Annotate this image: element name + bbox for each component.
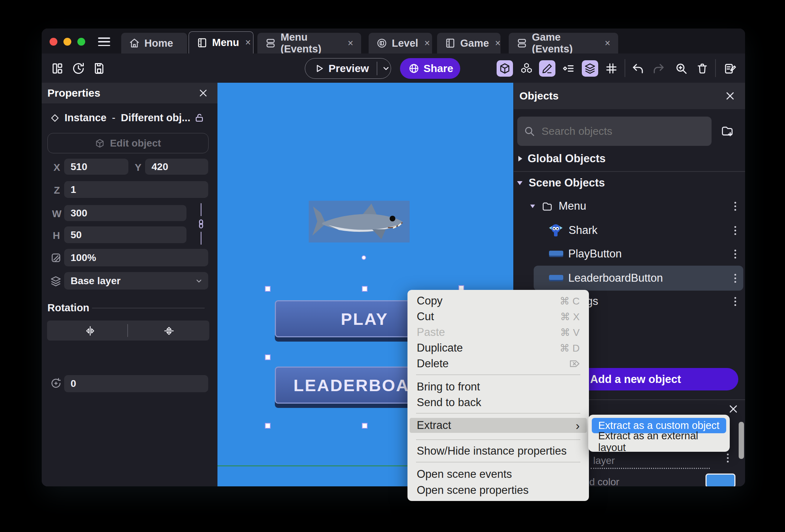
tree-item-leaderboardbutton[interactable]: LeaderboardButton	[514, 268, 745, 288]
instances-button[interactable]	[518, 60, 535, 77]
divider	[127, 324, 128, 337]
tab-close-icon[interactable]: ×	[424, 38, 430, 49]
menu-divider	[416, 462, 580, 462]
kebab-menu-icon[interactable]	[727, 454, 736, 462]
tree-item-playbutton[interactable]: PlayButton	[514, 244, 745, 264]
flip-horizontal-icon[interactable]	[84, 325, 96, 337]
shark-sprite[interactable]	[309, 201, 410, 242]
tab-menu[interactable]: Menu ×	[189, 31, 253, 53]
tree-item-shark[interactable]: Shark	[514, 220, 745, 240]
preview-button[interactable]: Preview	[305, 58, 391, 79]
history-icon[interactable]	[72, 62, 85, 75]
menu-item-extract[interactable]: Extract ›	[410, 418, 587, 433]
link-icon[interactable]	[196, 219, 206, 229]
add-folder-icon[interactable]	[721, 125, 734, 138]
flip-vertical-icon[interactable]	[163, 325, 175, 337]
menu-item-open-scene-properties[interactable]: Open scene properties	[407, 482, 589, 498]
kebab-menu-icon[interactable]	[734, 250, 736, 259]
instance-properties-button[interactable]	[560, 60, 576, 77]
undo-button[interactable]	[630, 60, 646, 77]
maximize-window-icon[interactable]	[77, 38, 85, 46]
redo-button[interactable]	[651, 60, 667, 77]
search-input[interactable]	[541, 125, 696, 138]
tab-close-icon[interactable]: ×	[495, 38, 501, 49]
tree-item-label: Menu	[559, 200, 586, 213]
section-scene-objects[interactable]: Scene Objects	[514, 173, 745, 193]
menu-item-label: Show/Hide instance properties	[417, 445, 566, 457]
x-label: X	[53, 162, 60, 173]
h-input[interactable]	[64, 226, 186, 243]
layer-select[interactable]: Base layer	[64, 272, 208, 290]
selection-handle[interactable]	[362, 286, 368, 292]
menu-item-show-hide-instance-properties[interactable]: Show/Hide instance properties	[407, 443, 589, 459]
layers-button[interactable]	[582, 60, 598, 77]
menu-item-paste[interactable]: Paste ⌘ V	[407, 324, 589, 340]
main-menu-icon[interactable]	[98, 37, 110, 46]
selection-handle[interactable]	[265, 423, 271, 429]
tab-home[interactable]: Home	[121, 33, 187, 53]
selection-handle[interactable]	[265, 286, 271, 292]
menu-item-open-scene-events[interactable]: Open scene events	[407, 466, 589, 482]
redo-icon	[652, 62, 665, 75]
z-input[interactable]	[64, 181, 208, 198]
section-global-objects[interactable]: Global Objects	[514, 149, 745, 169]
delete-button[interactable]	[694, 60, 710, 77]
z-label: Z	[54, 185, 60, 196]
object-mode-button[interactable]	[497, 60, 513, 77]
tree-folder-menu[interactable]: Menu	[514, 196, 745, 216]
menu-item-copy[interactable]: Copy ⌘ C	[407, 293, 589, 309]
rotation-input[interactable]	[64, 375, 208, 392]
y-input[interactable]	[145, 159, 208, 175]
kebab-menu-icon[interactable]	[734, 274, 736, 283]
tab-close-icon[interactable]: ×	[605, 38, 610, 49]
edit-scene-properties-button[interactable]	[722, 60, 738, 77]
close-icon[interactable]	[725, 91, 735, 101]
menu-item-label: Duplicate	[417, 342, 463, 354]
kebab-menu-icon[interactable]	[734, 297, 736, 306]
tab-game[interactable]: Game ×	[437, 33, 501, 53]
close-window-icon[interactable]	[50, 38, 57, 46]
tab-menu-events[interactable]: Menu (Events) ×	[257, 33, 361, 53]
tab-game-events[interactable]: Game (Events) ×	[509, 33, 618, 53]
dotted-divider	[591, 468, 710, 469]
layer-select-value: Base layer	[71, 275, 120, 287]
color-swatch[interactable]	[706, 474, 735, 486]
rotate-handle[interactable]	[361, 255, 366, 260]
share-button[interactable]: Share	[400, 58, 460, 79]
close-icon[interactable]	[198, 88, 208, 98]
menu-item-send-to-back[interactable]: Send to back	[407, 395, 589, 410]
selection-handle[interactable]	[362, 423, 368, 429]
close-icon[interactable]	[728, 404, 739, 414]
minimize-window-icon[interactable]	[63, 38, 71, 46]
submenu-item-extract-external-layout[interactable]: Extract as an external layout	[592, 435, 726, 449]
properties-title: Properties	[47, 87, 100, 99]
tab-label: Game	[460, 37, 489, 49]
lock-open-icon[interactable]	[194, 113, 204, 123]
menu-item-delete[interactable]: Delete	[407, 356, 589, 372]
grid-button[interactable]	[603, 60, 620, 77]
edit-object-button[interactable]: Edit object	[47, 133, 209, 153]
tab-close-icon[interactable]: ×	[348, 38, 353, 49]
tree-item-label: PlayButton	[568, 247, 622, 260]
menu-item-duplicate[interactable]: Duplicate ⌘ D	[407, 340, 589, 356]
tab-level[interactable]: Level ×	[369, 33, 432, 53]
panels-layout-icon[interactable]	[51, 62, 64, 75]
delete-key-icon	[569, 358, 580, 369]
selection-handle[interactable]	[265, 354, 271, 360]
tab-close-icon[interactable]: ×	[245, 37, 251, 48]
scrollbar-thumb[interactable]	[739, 422, 744, 459]
scene-icon	[445, 38, 456, 48]
zoom-button[interactable]	[673, 60, 689, 77]
divider	[92, 308, 205, 308]
menu-item-cut[interactable]: Cut ⌘ X	[407, 309, 589, 324]
kebab-menu-icon[interactable]	[734, 202, 736, 211]
kebab-menu-icon[interactable]	[734, 226, 736, 235]
menu-item-bring-to-front[interactable]: Bring to front	[407, 379, 589, 395]
save-icon[interactable]	[93, 62, 106, 75]
w-input[interactable]	[64, 205, 186, 221]
edit-mode-button[interactable]	[539, 60, 555, 77]
x-input[interactable]	[64, 159, 128, 175]
layers-icon	[584, 62, 596, 75]
chevron-down-icon[interactable]	[381, 64, 391, 73]
opacity-input[interactable]	[64, 249, 208, 266]
